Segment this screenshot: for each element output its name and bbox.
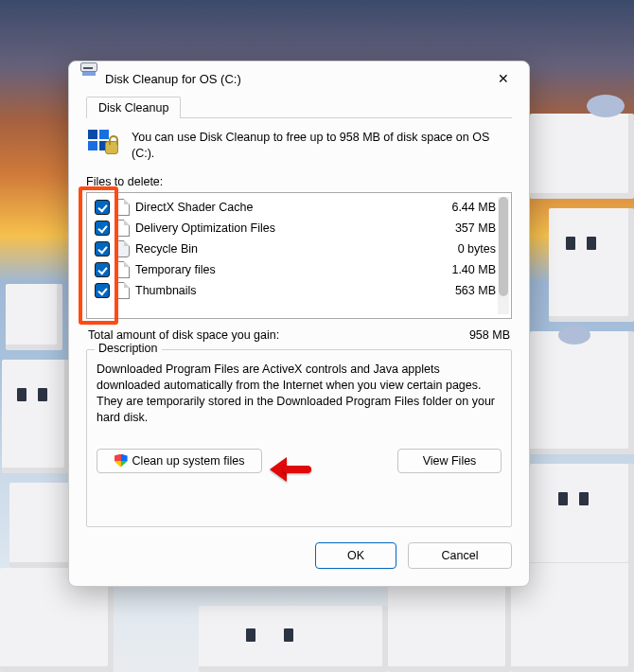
scrollbar-thumb[interactable] [499,197,508,296]
item-size: 0 bytes [430,242,496,256]
windows-security-icon [88,130,120,162]
description-group: Description Downloaded Program Files are… [86,349,512,527]
scrollbar[interactable] [498,197,509,314]
checkbox[interactable] [95,200,110,215]
description-text: Downloaded Program Files are ActiveX con… [97,362,502,426]
item-size: 1.40 MB [430,263,496,276]
checkbox[interactable] [95,283,110,298]
files-listbox[interactable]: DirectX Shader Cache 6.44 MB Delivery Op… [86,192,512,319]
cleanup-system-files-button[interactable]: Clean up system files [97,449,262,473]
disk-cleanup-dialog: Disk Cleanup for OS (C:) ✕ Disk Cleanup … [68,61,530,587]
title-bar: Disk Cleanup for OS (C:) ✕ [69,62,529,94]
window-title: Disk Cleanup for OS (C:) [105,72,487,86]
checkbox[interactable] [95,241,110,256]
files-to-delete-label: Files to delete: [86,175,512,188]
item-size: 563 MB [430,284,496,297]
list-item[interactable]: Recycle Bin 0 bytes [91,239,498,259]
checkbox[interactable] [95,262,110,277]
view-files-button[interactable]: View Files [397,449,502,473]
disk-cleanup-icon [80,70,97,87]
view-files-label: View Files [423,454,477,468]
dialog-buttons: OK Cancel [69,527,529,586]
description-legend: Description [95,342,162,355]
list-item[interactable]: Delivery Optimization Files 357 MB [91,218,498,239]
item-name: Temporary files [135,263,424,276]
ok-label: OK [347,549,364,562]
total-value: 958 MB [469,328,510,342]
file-icon [115,199,130,216]
item-name: Thumbnails [135,284,424,297]
item-size: 6.44 MB [430,201,496,214]
ok-button[interactable]: OK [315,542,396,569]
item-name: DirectX Shader Cache [135,201,424,214]
file-icon [115,261,130,278]
uac-shield-icon [114,454,128,468]
intro-text: You can use Disk Cleanup to free up to 9… [132,130,510,162]
cleanup-system-files-label: Clean up system files [132,454,245,468]
item-name: Recycle Bin [135,242,424,256]
intro-section: You can use Disk Cleanup to free up to 9… [86,118,512,169]
checkbox[interactable] [95,221,110,236]
item-size: 357 MB [430,221,496,235]
cancel-label: Cancel [442,549,479,562]
item-name: Delivery Optimization Files [135,221,424,235]
total-label: Total amount of disk space you gain: [88,328,469,342]
file-icon [115,220,130,237]
tab-strip: Disk Cleanup [86,96,512,118]
list-item[interactable]: Thumbnails 563 MB [91,280,498,301]
list-item[interactable]: Temporary files 1.40 MB [91,259,498,280]
file-icon [115,282,130,299]
recycle-bin-icon [115,240,130,257]
cancel-button[interactable]: Cancel [408,542,512,569]
tab-disk-cleanup[interactable]: Disk Cleanup [86,97,181,118]
list-item[interactable]: DirectX Shader Cache 6.44 MB [91,197,498,218]
close-button[interactable]: ✕ [487,65,520,92]
close-icon: ✕ [498,72,509,85]
total-row: Total amount of disk space you gain: 958… [88,328,510,342]
